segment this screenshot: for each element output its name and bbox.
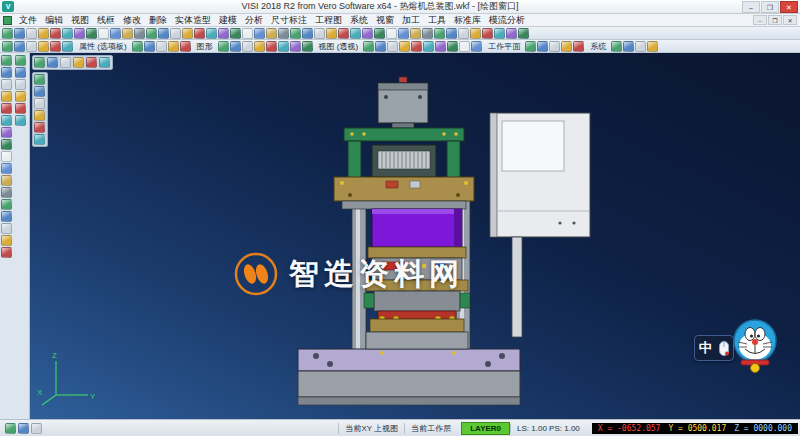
sidebar-icon[interactable] — [1, 127, 12, 138]
menu-item[interactable]: 分析 — [241, 14, 267, 27]
toolbar-icon[interactable] — [459, 41, 470, 52]
view-tool-icon[interactable] — [73, 57, 84, 68]
toolbar-icon[interactable] — [549, 41, 560, 52]
toolbar-icon[interactable] — [170, 28, 181, 39]
toolbar-icon[interactable] — [110, 28, 121, 39]
toolbar-icon[interactable] — [14, 41, 25, 52]
toolbar-icon[interactable] — [363, 41, 374, 52]
sidebar-icon[interactable] — [1, 175, 12, 186]
menu-item[interactable]: 建模 — [215, 14, 241, 27]
sidebar-icon[interactable] — [1, 223, 12, 234]
sidebar-icon[interactable] — [15, 79, 26, 90]
view-tool-icon[interactable] — [34, 98, 45, 109]
sidebar-icon[interactable] — [1, 55, 12, 66]
toolbar-icon[interactable] — [446, 28, 457, 39]
toolbar-icon[interactable] — [132, 41, 143, 52]
menu-item[interactable]: 标准库 — [450, 14, 485, 27]
snap-icon[interactable] — [5, 423, 16, 434]
toolbar-icon[interactable] — [62, 28, 73, 39]
sidebar-icon[interactable] — [15, 55, 26, 66]
toolbar-icon[interactable] — [470, 28, 481, 39]
toolbar-icon[interactable] — [266, 41, 277, 52]
toolbar-icon[interactable] — [635, 41, 646, 52]
toolbar-icon[interactable] — [38, 28, 49, 39]
toolbar-icon[interactable] — [434, 28, 445, 39]
toolbar-icon[interactable] — [26, 41, 37, 52]
toolbar-icon[interactable] — [62, 41, 73, 52]
close-button[interactable]: ✕ — [780, 1, 798, 13]
sidebar-icon[interactable] — [1, 79, 12, 90]
toolbar-icon[interactable] — [134, 28, 145, 39]
toolbar-icon[interactable] — [38, 41, 49, 52]
mdi-restore-button[interactable]: ❐ — [768, 15, 782, 25]
toolbar-icon[interactable] — [230, 41, 241, 52]
toolbar-icon[interactable] — [623, 41, 634, 52]
sidebar-icon[interactable] — [1, 151, 12, 162]
toolbar-icon[interactable] — [374, 28, 385, 39]
toolbar-icon[interactable] — [561, 41, 572, 52]
view-tool-icon[interactable] — [34, 86, 45, 97]
toolbar-icon[interactable] — [218, 28, 229, 39]
toolbar-icon[interactable] — [422, 28, 433, 39]
view-tool-icon[interactable] — [60, 57, 71, 68]
menu-item[interactable]: 文件 — [15, 14, 41, 27]
view-tool-icon[interactable] — [86, 57, 97, 68]
toolbar-icon[interactable] — [242, 41, 253, 52]
view-tool-icon[interactable] — [47, 57, 58, 68]
toolbar-icon[interactable] — [482, 28, 493, 39]
menu-item[interactable]: 实体造型 — [171, 14, 215, 27]
toolbar-icon[interactable] — [218, 41, 229, 52]
menu-item[interactable]: 尺寸标注 — [267, 14, 311, 27]
sidebar-icon[interactable] — [15, 67, 26, 78]
toolbar-icon[interactable] — [435, 41, 446, 52]
view-tool-icon[interactable] — [34, 57, 45, 68]
toolbar-icon[interactable] — [410, 28, 421, 39]
toolbar-icon[interactable] — [266, 28, 277, 39]
toolbar-icon[interactable] — [14, 28, 25, 39]
viewport[interactable]: 智造资料网 Z Y X 中 — [30, 53, 800, 419]
snap-icon[interactable] — [31, 423, 42, 434]
menu-item[interactable]: 视窗 — [372, 14, 398, 27]
toolbar-icon[interactable] — [398, 28, 409, 39]
mdi-minimize-button[interactable]: – — [753, 15, 767, 25]
toolbar-icon[interactable] — [122, 28, 133, 39]
maximize-button[interactable]: ❐ — [761, 1, 779, 13]
toolbar-icon[interactable] — [350, 28, 361, 39]
toolbar-icon[interactable] — [647, 41, 658, 52]
toolbar-icon[interactable] — [254, 28, 265, 39]
toolbar-icon[interactable] — [168, 41, 179, 52]
sidebar-icon[interactable] — [15, 91, 26, 102]
toolbar-icon[interactable] — [144, 41, 155, 52]
sidebar-icon[interactable] — [15, 103, 26, 114]
sidebar-icon[interactable] — [1, 139, 12, 150]
mdi-close-button[interactable]: ✕ — [783, 15, 797, 25]
toolbar-icon[interactable] — [50, 41, 61, 52]
minimize-button[interactable]: – — [742, 1, 760, 13]
menu-item[interactable]: 工程图 — [311, 14, 346, 27]
sidebar-icon[interactable] — [1, 211, 12, 222]
toolbar-icon[interactable] — [314, 28, 325, 39]
toolbar-icon[interactable] — [180, 41, 191, 52]
sidebar-icon[interactable] — [1, 187, 12, 198]
menu-item[interactable]: 模流分析 — [485, 14, 529, 27]
menu-item[interactable]: 删除 — [145, 14, 171, 27]
toolbar-icon[interactable] — [611, 41, 622, 52]
toolbar-icon[interactable] — [411, 41, 422, 52]
menu-item[interactable]: 线框 — [93, 14, 119, 27]
view-tool-icon[interactable] — [34, 134, 45, 145]
toolbar-icon[interactable] — [290, 28, 301, 39]
toolbar-icon[interactable] — [278, 28, 289, 39]
toolbar-icon[interactable] — [2, 28, 13, 39]
toolbar-icon[interactable] — [447, 41, 458, 52]
toolbar-icon[interactable] — [326, 28, 337, 39]
toolbar-icon[interactable] — [423, 41, 434, 52]
toolbar-icon[interactable] — [290, 41, 301, 52]
menu-item[interactable]: 加工 — [398, 14, 424, 27]
toolbar-icon[interactable] — [573, 41, 584, 52]
sidebar-icon[interactable] — [1, 115, 12, 126]
sidebar-icon[interactable] — [1, 67, 12, 78]
menu-item[interactable]: 修改 — [119, 14, 145, 27]
toolbar-icon[interactable] — [182, 28, 193, 39]
toolbar-icon[interactable] — [278, 41, 289, 52]
toolbar-icon[interactable] — [375, 41, 386, 52]
